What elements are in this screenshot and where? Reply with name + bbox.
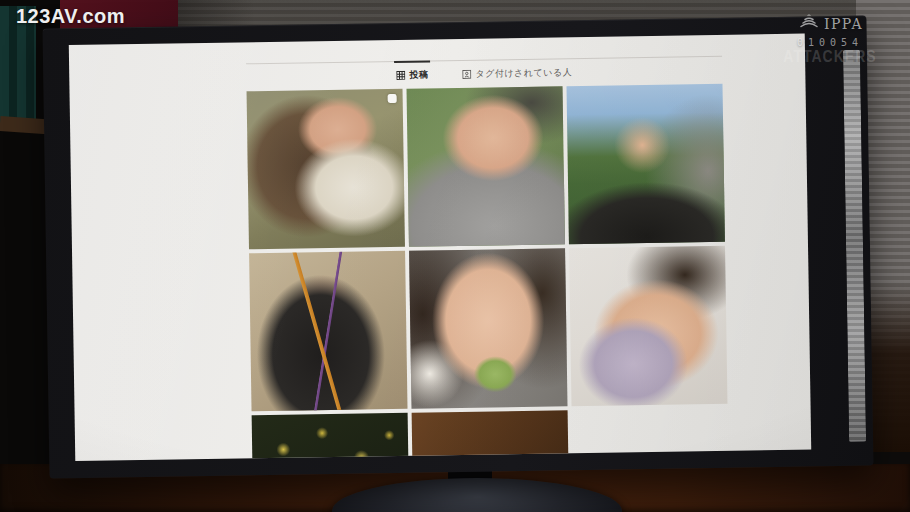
studio-label: ATTACKERS (782, 47, 878, 65)
photo-of-monitor-scene: { "watermarks": { "site_logo": "123AV.co… (0, 0, 910, 512)
tab-tagged-label: タグ付けされている人 (475, 66, 572, 81)
photo-tile[interactable] (566, 84, 724, 244)
carousel-icon (388, 94, 397, 103)
photo-tile[interactable] (412, 410, 570, 461)
tab-tagged[interactable]: タグ付けされている人 (462, 59, 572, 81)
tab-posts-label: 投稿 (409, 68, 428, 81)
monitor-edge-reflection (843, 50, 866, 442)
tagged-icon (462, 69, 471, 78)
photo-tile[interactable] (252, 413, 410, 461)
profile-page: 投稿 タグ付けされている人 (246, 35, 730, 461)
profile-tab-bar: 投稿 タグ付けされている人 (246, 56, 722, 84)
photo-tile[interactable] (569, 246, 727, 406)
photo-tile[interactable] (249, 251, 407, 411)
monitor: 投稿 タグ付けされている人 (43, 16, 874, 479)
photo-tile[interactable] (247, 89, 405, 249)
photo-tile[interactable] (409, 248, 567, 408)
studio-watermark: IPPA 010054 ATTACKERS (782, 12, 878, 64)
photo-grid (247, 84, 731, 461)
tab-posts[interactable]: 投稿 (396, 61, 428, 82)
site-watermark: 123AV.com (16, 5, 125, 28)
grid-icon (396, 70, 405, 79)
studio-name: IPPA (824, 16, 863, 32)
ippa-dove-icon (797, 12, 821, 35)
photo-tile[interactable] (407, 86, 565, 246)
screen: 投稿 タグ付けされている人 (69, 34, 811, 462)
